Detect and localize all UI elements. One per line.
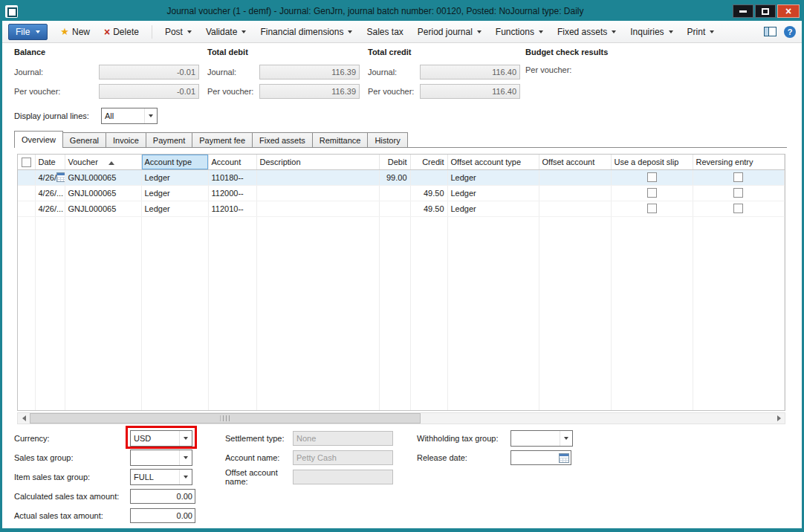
reversing-entry-checkbox[interactable] <box>733 188 743 198</box>
chevron-down-icon[interactable] <box>179 470 192 484</box>
col-header-date[interactable]: Date <box>35 155 65 169</box>
scroll-right-arrow[interactable] <box>773 413 785 424</box>
deposit-slip-checkbox[interactable] <box>647 172 657 182</box>
print-menu-button[interactable]: Print <box>686 25 716 39</box>
display-journal-lines-select[interactable]: All <box>101 108 158 124</box>
cell-offset-account[interactable] <box>539 185 611 201</box>
row-selector[interactable] <box>18 169 35 185</box>
actual-sales-tax-field[interactable]: 0.00 <box>130 508 195 523</box>
deposit-slip-checkbox[interactable] <box>647 188 657 198</box>
chevron-down-icon[interactable] <box>144 108 157 123</box>
cell-use-deposit-slip[interactable] <box>611 169 693 185</box>
cell-offset-account-type[interactable]: Ledger <box>447 201 539 216</box>
functions-menu-button[interactable]: Functions <box>494 25 545 39</box>
col-header-use-deposit-slip[interactable]: Use a deposit slip <box>611 155 693 169</box>
cell-debit[interactable]: 99.00 <box>379 169 410 185</box>
col-header-offset-account-type[interactable]: Offset account type <box>447 155 539 169</box>
layout-toggle-icon[interactable] <box>764 27 777 36</box>
table-row[interactable]: 4/26/... GNJL000065 Ledger 112010-- 49.5… <box>18 201 785 216</box>
grid-header-select[interactable] <box>18 155 35 169</box>
col-header-debit[interactable]: Debit <box>379 155 410 169</box>
col-header-reversing-entry[interactable]: Reversing entry <box>693 155 785 169</box>
table-row[interactable]: 4/26/... GNJL000065 Ledger 112000-- 49.5… <box>18 185 785 201</box>
tab-payment-fee[interactable]: Payment fee <box>192 132 253 147</box>
row-selector[interactable] <box>18 185 35 201</box>
item-sales-tax-group-select[interactable]: FULL <box>130 469 192 485</box>
inquiries-menu-button[interactable]: Inquiries <box>629 25 674 39</box>
cell-debit[interactable] <box>379 201 410 216</box>
currency-select[interactable]: USD <box>130 430 192 447</box>
calendar-icon[interactable] <box>56 172 65 182</box>
tab-general[interactable]: General <box>62 132 106 147</box>
reversing-entry-checkbox[interactable] <box>733 204 743 213</box>
cell-use-deposit-slip[interactable] <box>611 185 693 201</box>
scroll-left-arrow[interactable] <box>18 413 30 424</box>
file-menu-button[interactable]: File <box>8 24 48 40</box>
delete-button[interactable]: × Delete <box>103 25 140 39</box>
cell-debit[interactable] <box>379 185 410 201</box>
cell-credit[interactable] <box>410 169 447 185</box>
cell-account[interactable]: 110180-- <box>208 169 256 185</box>
cell-use-deposit-slip[interactable] <box>611 201 693 216</box>
tab-invoice[interactable]: Invoice <box>106 132 146 147</box>
row-selector[interactable] <box>18 201 35 216</box>
scrollbar-track[interactable] <box>421 413 773 424</box>
release-date-field[interactable] <box>510 450 571 465</box>
cell-offset-account-type[interactable]: Ledger <box>447 185 539 201</box>
col-header-voucher[interactable]: Voucher <box>65 155 141 169</box>
cell-account[interactable]: 112010-- <box>208 201 256 216</box>
col-header-account[interactable]: Account <box>208 155 256 169</box>
table-row[interactable]: 4/26/ GNJL000065 Ledger 110180-- 99.00 L… <box>18 169 785 185</box>
cell-date[interactable]: 4/26/... <box>35 201 65 216</box>
cell-reversing-entry[interactable] <box>693 185 785 201</box>
cell-credit[interactable]: 49.50 <box>410 185 447 201</box>
cell-offset-account-type[interactable]: Ledger <box>447 169 539 185</box>
tab-payment[interactable]: Payment <box>146 132 192 147</box>
help-icon[interactable]: ? <box>784 26 796 38</box>
cell-account-type[interactable]: Ledger <box>141 185 208 201</box>
tab-overview[interactable]: Overview <box>14 131 63 148</box>
sales-tax-button[interactable]: Sales tax <box>365 25 404 39</box>
maximize-button[interactable] <box>755 4 776 18</box>
col-header-offset-account[interactable]: Offset account <box>539 155 611 169</box>
cell-description[interactable] <box>256 201 379 216</box>
tab-remittance[interactable]: Remittance <box>312 132 369 147</box>
cell-date[interactable]: 4/26/ <box>35 169 65 185</box>
validate-menu-button[interactable]: Validate <box>204 25 247 39</box>
cell-credit[interactable]: 49.50 <box>410 201 447 216</box>
cell-voucher[interactable]: GNJL000065 <box>65 169 141 185</box>
cell-account-type[interactable]: Ledger <box>141 201 208 216</box>
reversing-entry-checkbox[interactable] <box>733 172 743 182</box>
financial-dimensions-menu-button[interactable]: Financial dimensions <box>259 25 354 39</box>
cell-offset-account[interactable] <box>539 169 611 185</box>
cell-voucher[interactable]: GNJL000065 <box>65 201 141 216</box>
cell-date[interactable]: 4/26/... <box>35 185 65 201</box>
post-menu-button[interactable]: Post <box>163 25 193 39</box>
cell-description[interactable] <box>256 185 379 201</box>
scrollbar-thumb[interactable] <box>30 413 421 424</box>
minimize-button[interactable] <box>733 4 753 18</box>
chevron-down-icon[interactable] <box>179 450 192 465</box>
calculated-sales-tax-field[interactable]: 0.00 <box>130 489 195 504</box>
period-journal-menu-button[interactable]: Period journal <box>416 25 483 39</box>
close-button[interactable]: × <box>777 4 800 18</box>
sales-tax-group-select[interactable] <box>130 450 192 466</box>
cell-reversing-entry[interactable] <box>693 169 785 185</box>
tab-history[interactable]: History <box>367 132 407 147</box>
fixed-assets-menu-button[interactable]: Fixed assets <box>556 25 617 39</box>
chevron-down-icon[interactable] <box>179 431 192 446</box>
cell-offset-account[interactable] <box>539 201 611 216</box>
cell-account[interactable]: 112000-- <box>208 185 256 201</box>
calendar-icon[interactable] <box>559 453 569 463</box>
cell-reversing-entry[interactable] <box>693 201 785 216</box>
tab-fixed-assets[interactable]: Fixed assets <box>252 132 313 147</box>
col-header-account-type[interactable]: Account type <box>141 155 208 169</box>
col-header-description[interactable]: Description <box>256 155 379 169</box>
select-all-checkbox[interactable] <box>22 158 31 167</box>
chevron-down-icon[interactable] <box>560 431 572 446</box>
col-header-credit[interactable]: Credit <box>410 155 447 169</box>
cell-account-type[interactable]: Ledger <box>141 169 208 185</box>
withholding-tax-group-select[interactable] <box>510 430 573 447</box>
new-button[interactable]: ★ New <box>59 25 91 39</box>
cell-description[interactable] <box>256 169 379 185</box>
